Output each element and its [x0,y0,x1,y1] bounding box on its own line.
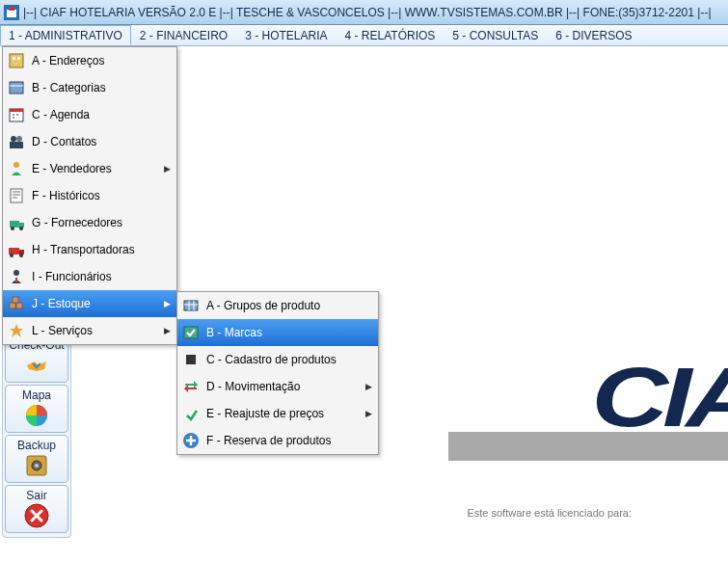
menu-item[interactable]: C - Cadastro de produtos [177,346,378,373]
svg-rect-16 [10,142,23,148]
history-icon [7,186,26,205]
menu-label: 5 - CONSULTAS [452,29,538,42]
supplier-icon [7,213,26,232]
stock-submenu: A - Grupos de produtoB - MarcasC - Cadas… [176,291,379,455]
menu-financeiro[interactable]: 2 - FINANCEIRO [131,25,236,45]
svg-point-22 [19,227,23,230]
globe-icon [23,402,50,429]
menu-label: 1 - ADMINISTRATIVO [9,29,122,42]
menu-item-label: I - Funcionários [32,270,112,283]
menu-item-label: B - Marcas [206,326,262,339]
menu-item-label: D - Contatos [32,135,96,148]
menu-item[interactable]: C - Agenda [3,101,176,128]
menu-item[interactable]: A - Endereços [3,47,176,74]
svg-rect-30 [16,303,22,308]
menu-item-label: E - Reajuste de preços [206,407,324,420]
tool-label: Backup [17,439,56,452]
menu-item[interactable]: I - Funcionários [3,263,176,290]
menu-item[interactable]: F - Históricos [3,182,176,209]
menu-item-label: A - Grupos de produto [206,299,320,312]
menu-item[interactable]: L - Serviços▶ [3,317,176,344]
svg-point-6 [35,464,39,468]
brand-icon [181,323,201,342]
submenu-arrow-icon: ▶ [365,382,372,391]
license-text: Este software está licenciado para: [467,507,632,519]
menu-item-label: F - Históricos [32,189,100,202]
svg-rect-11 [10,82,23,94]
handshake-icon [23,352,50,379]
menu-item[interactable]: B - Marcas [177,319,378,346]
menu-item[interactable]: E - Vendedores▶ [3,155,176,182]
svg-rect-8 [10,54,23,67]
menu-diversos[interactable]: 6 - DIVERSOS [547,25,640,45]
group-icon [181,296,201,315]
menu-item-label: H - Transportadoras [32,243,135,256]
menu-administrativo[interactable]: 1 - ADMINISTRATIVO [0,25,131,45]
backup-button[interactable]: Backup [5,435,68,483]
svg-point-21 [11,227,14,230]
svg-rect-32 [184,301,198,310]
menu-item[interactable]: B - Categorias [3,74,176,101]
svg-point-15 [16,136,22,142]
exit-button[interactable]: Sair [5,485,68,533]
svg-rect-13 [10,109,23,112]
menu-item-label: F - Reserva de produtos [206,434,331,447]
product-icon [181,350,201,369]
menu-item[interactable]: G - Fornecedores [3,209,176,236]
menu-bar: 1 - ADMINISTRATIVO 2 - FINANCEIRO 3 - HO… [0,25,728,46]
menu-item[interactable]: H - Transportadoras [3,236,176,263]
svg-rect-33 [184,327,198,338]
menu-item[interactable]: D - Contatos [3,128,176,155]
menu-item[interactable]: F - Reserva de produtos [177,427,378,454]
window-title: |--| CIAF HOTELARIA VERSÃO 2.0 E |--| TE… [23,6,712,19]
workspace: Check-Out Mapa Backup Sair A - Endereços… [0,46,728,562]
svg-rect-9 [13,57,15,60]
admin-dropdown: A - EndereçosB - CategoriasC - AgendaD -… [2,46,177,345]
svg-point-27 [13,270,19,276]
svg-rect-2 [9,7,14,11]
menu-item-label: J - Estoque [32,297,91,310]
svg-rect-23 [9,248,19,254]
movement-icon [181,377,201,396]
submenu-arrow-icon: ▶ [365,409,372,418]
submenu-arrow-icon: ▶ [164,299,171,308]
submenu-arrow-icon: ▶ [164,326,171,335]
safe-icon [23,452,50,479]
map-button[interactable]: Mapa [5,385,68,433]
menu-item-label: A - Endereços [32,54,104,67]
menu-item[interactable]: D - Movimentação▶ [177,373,378,400]
tool-label: Mapa [22,388,51,402]
close-icon [23,502,50,529]
menu-item[interactable]: A - Grupos de produto [177,292,378,319]
svg-point-25 [10,254,13,257]
menu-item-label: B - Categorias [32,81,106,94]
menu-item[interactable]: E - Reajuste de preços▶ [177,400,378,427]
address-icon [7,51,26,70]
menu-consultas[interactable]: 5 - CONSULTAS [444,25,547,45]
menu-item[interactable]: J - Estoque▶ [3,290,176,317]
svg-rect-19 [10,221,19,227]
menu-item-label: D - Movimentação [206,380,300,393]
menu-label: 6 - DIVERSOS [555,29,632,42]
menu-item-label: C - Cadastro de produtos [206,353,337,366]
calendar-icon [7,105,26,124]
menu-relatorios[interactable]: 4 - RELATÓRIOS [337,25,445,45]
left-toolbar: Check-Out Mapa Backup Sair [2,332,71,538]
svg-rect-31 [13,297,18,303]
price-icon [181,404,201,423]
title-bar: |--| CIAF HOTELARIA VERSÃO 2.0 E |--| TE… [0,0,728,25]
svg-rect-29 [10,303,15,308]
svg-point-14 [11,136,16,142]
menu-item-label: C - Agenda [32,108,90,121]
reserve-icon [181,431,201,450]
menu-hotelaria[interactable]: 3 - HOTELARIA [236,25,336,45]
carrier-icon [7,240,26,259]
seller-icon [7,159,26,178]
svg-rect-18 [11,189,22,202]
employee-icon [7,267,26,286]
submenu-arrow-icon: ▶ [164,164,171,174]
svg-point-17 [13,162,19,168]
contacts-icon [7,132,26,151]
service-icon [7,321,26,340]
menu-label: 4 - RELATÓRIOS [345,29,436,42]
